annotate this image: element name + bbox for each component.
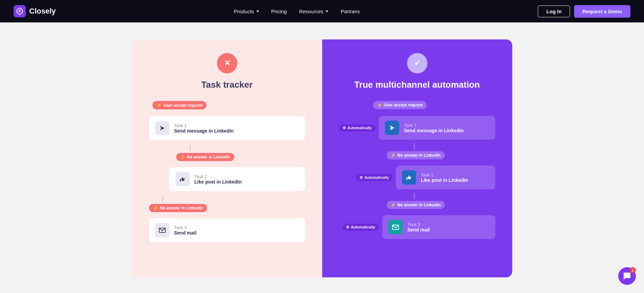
left-task-1-label: Send message in LinkedIn <box>174 128 234 134</box>
gear-icon-2: ⚙ <box>360 175 363 180</box>
right-task-2: Task 2 Like post in LinkedIn <box>396 166 495 189</box>
arrow-icon-r <box>388 124 396 132</box>
left-task-2-icon-box <box>176 172 190 186</box>
chat-badge: 1 <box>630 267 636 273</box>
right-task-1-number: Task 1 <box>404 123 464 128</box>
auto-badge-3: ⚙ Automatically <box>343 224 379 231</box>
left-task-2: Task 2 Like post in LinkedIn <box>169 167 305 191</box>
thumbsup-icon <box>179 175 186 183</box>
left-task-3-label: Send mail <box>174 230 197 236</box>
right-flow: ⚡ User accept request ⚙ Automatically <box>339 101 495 242</box>
left-panel-title: Task tracker <box>201 80 253 90</box>
left-flow: ⚡ User accept request Task 1 Send messag… <box>149 101 305 247</box>
svg-point-1 <box>19 10 21 12</box>
left-task-3-icon-box <box>155 223 169 237</box>
login-button[interactable]: Log In <box>538 5 570 17</box>
gear-icon-1: ⚙ <box>343 126 346 130</box>
closely-logo-icon <box>14 5 26 17</box>
svg-marker-4 <box>390 125 394 130</box>
right-task-3-number: Task 3 <box>407 222 430 227</box>
auto-badge-1: ⚙ Automatically <box>339 124 375 132</box>
left-trigger-badge: ⚡ User accept request <box>152 101 207 109</box>
arrow-icon <box>159 124 166 132</box>
bolt-icon-1: ⚡ <box>157 103 162 108</box>
left-task-2-number: Task 2 <box>195 174 242 179</box>
left-task-3-number: Task 3 <box>174 225 197 230</box>
x-icon: ✕ <box>224 59 230 68</box>
bolt-icon-3: ⚡ <box>153 206 158 210</box>
left-panel: ✕ Task tracker ⚡ User accept request <box>132 39 322 277</box>
left-task-1: Task 1 Send message in LinkedIn <box>149 116 305 140</box>
right-task-2-label: Like post in LinkedIn <box>421 177 468 183</box>
svg-marker-2 <box>160 126 165 131</box>
check-icon: ✓ <box>414 59 420 68</box>
mail-icon-left <box>159 226 166 234</box>
right-task-1-icon-box <box>385 121 399 135</box>
left-task-2-label: Like post in LinkedIn <box>195 179 242 185</box>
nav-logo-text: Closely <box>29 7 56 16</box>
bolt-icon-2: ⚡ <box>180 155 185 159</box>
demo-button[interactable]: Request a Demo <box>574 5 630 18</box>
left-condition-1: ⚡ No answer in LinkedIn <box>176 153 234 161</box>
navbar: Closely Products Pricing Resources Partn… <box>0 0 644 22</box>
products-chevron-icon <box>256 11 259 12</box>
auto-badge-2: ⚙ Automatically <box>356 174 392 181</box>
right-panel-icon: ✓ <box>407 53 427 73</box>
nav-actions: Log In Request a Demo <box>538 5 630 18</box>
nav-products[interactable]: Products <box>229 6 264 17</box>
comparison-wrapper: ✕ Task tracker ⚡ User accept request <box>132 39 512 277</box>
right-trigger-badge: ⚡ User accept request <box>373 101 427 109</box>
left-condition-2: ⚡ No answer in LinkedIn <box>149 204 207 212</box>
chat-icon <box>623 272 631 280</box>
right-panel: ✓ True multichannel automation ⚡ User ac… <box>322 39 512 277</box>
nav-links: Products Pricing Resources Partners <box>69 6 524 17</box>
left-task-3: Task 3 Send mail <box>149 218 305 242</box>
right-task-3-label: Send mail <box>407 227 430 232</box>
right-task-1-label: Send message in LinkedIn <box>404 128 464 133</box>
right-task-3-icon-box <box>388 220 403 234</box>
right-task-2-number: Task 2 <box>421 172 468 177</box>
bolt-icon-r2: ⚡ <box>391 153 396 158</box>
nav-partners[interactable]: Partners <box>336 6 365 17</box>
right-condition-2: ⚡ No answer in LinkedIn <box>387 201 445 209</box>
nav-logo[interactable]: Closely <box>14 5 56 17</box>
right-task-3: Task 3 Send mail <box>382 215 495 239</box>
nav-pricing[interactable]: Pricing <box>266 6 292 17</box>
left-panel-icon: ✕ <box>217 53 237 73</box>
main-content: ✕ Task tracker ⚡ User accept request <box>0 22 644 293</box>
left-task-1-number: Task 1 <box>174 123 234 128</box>
chat-bubble[interactable]: 1 <box>618 267 636 285</box>
bolt-icon-r1: ⚡ <box>377 103 382 107</box>
bolt-icon-r3: ⚡ <box>391 203 396 207</box>
gear-icon-3: ⚙ <box>346 225 349 229</box>
mail-icon-r <box>392 223 399 231</box>
thumbsup-icon-r <box>405 174 413 181</box>
right-condition-1: ⚡ No answer in LinkedIn <box>387 151 445 159</box>
resources-chevron-icon <box>326 11 328 12</box>
right-task-1: Task 1 Send message in LinkedIn <box>379 116 495 140</box>
left-task-1-icon-box <box>155 121 169 135</box>
nav-resources[interactable]: Resources <box>294 6 333 17</box>
right-panel-title: True multichannel automation <box>354 80 480 90</box>
right-task-2-icon-box <box>402 170 416 185</box>
